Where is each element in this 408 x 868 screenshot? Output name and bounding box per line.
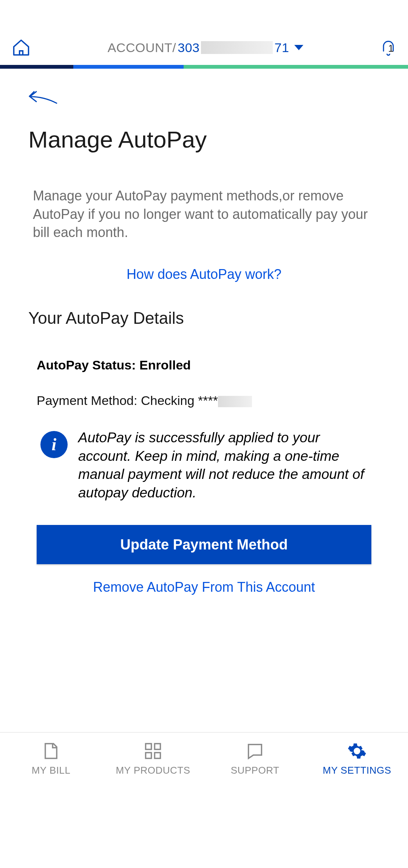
intro-text: Manage your AutoPay payment methods,or r… <box>28 187 380 242</box>
update-payment-method-button[interactable]: Update Payment Method <box>37 525 371 564</box>
info-icon: i <box>40 431 68 458</box>
svg-rect-3 <box>155 753 160 758</box>
remove-autopay-link[interactable]: Remove AutoPay From This Account <box>37 579 371 595</box>
account-number-suffix: 71 <box>274 40 289 55</box>
info-text: AutoPay is successfully applied to your … <box>78 429 371 502</box>
bottom-nav: MY BILL MY PRODUCTS SUPPORT MY SETTINGS <box>0 732 408 785</box>
svg-rect-2 <box>146 753 151 758</box>
nav-my-settings[interactable]: MY SETTINGS <box>306 733 408 785</box>
account-number-redacted <box>201 41 273 54</box>
accent-bar <box>0 65 408 69</box>
svg-rect-1 <box>155 744 160 749</box>
account-number-prefix: 303 <box>178 40 199 55</box>
account-selector[interactable]: ACCOUNT/ 303 71 <box>31 40 380 55</box>
notification-bell[interactable]: 1 <box>380 38 397 57</box>
main-content: Manage AutoPay Manage your AutoPay payme… <box>0 69 408 595</box>
nav-my-bill[interactable]: MY BILL <box>0 733 102 785</box>
how-autopay-works-link[interactable]: How does AutoPay work? <box>28 266 380 282</box>
payment-method: Payment Method: Checking **** <box>37 393 371 408</box>
autopay-status: AutoPay Status: Enrolled <box>37 358 371 372</box>
svg-rect-0 <box>146 744 151 749</box>
page-title: Manage AutoPay <box>28 126 380 153</box>
chevron-down-icon <box>294 45 303 50</box>
autopay-details: AutoPay Status: Enrolled Payment Method:… <box>28 358 380 595</box>
header-bar: ACCOUNT/ 303 71 1 <box>0 0 408 65</box>
account-label: ACCOUNT/ <box>108 40 176 55</box>
info-callout: i AutoPay is successfully applied to you… <box>37 429 371 502</box>
nav-support[interactable]: SUPPORT <box>204 733 306 785</box>
payment-last4-redacted <box>218 396 252 407</box>
nav-my-products[interactable]: MY PRODUCTS <box>102 733 204 785</box>
notification-count: 1 <box>388 43 394 54</box>
back-arrow[interactable] <box>28 88 380 107</box>
section-title: Your AutoPay Details <box>28 309 380 328</box>
home-icon[interactable] <box>11 38 31 57</box>
